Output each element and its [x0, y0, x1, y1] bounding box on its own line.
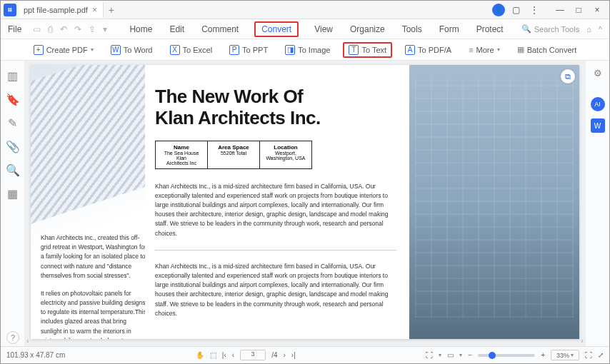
- convert-toolbar: +Create PDF▾ WTo Word XTo Excel PTo PPT …: [1, 39, 609, 61]
- search-panel-icon[interactable]: 🔍: [6, 163, 20, 177]
- file-menu[interactable]: File: [1, 24, 29, 34]
- page: Khan Architects Inc., created this off-g…: [31, 65, 579, 339]
- select-tool-icon[interactable]: ⬚: [210, 351, 216, 359]
- menu-home[interactable]: Home: [128, 21, 154, 37]
- thumbnails-icon[interactable]: ▥: [7, 69, 18, 83]
- reading-mode-icon[interactable]: ⛶: [585, 351, 592, 359]
- scroll-right-icon[interactable]: ›: [581, 336, 584, 345]
- user-avatar[interactable]: 👤: [492, 4, 505, 16]
- ai-badge-icon[interactable]: AI: [591, 97, 605, 111]
- fullscreen-icon[interactable]: ⤢: [598, 351, 604, 359]
- extract-image-icon[interactable]: ⧉: [561, 69, 575, 84]
- notes-icon[interactable]: ▢: [508, 3, 524, 17]
- open-icon[interactable]: ▭: [33, 24, 41, 34]
- new-tab-button[interactable]: +: [104, 4, 119, 16]
- kebab-menu-icon[interactable]: ⋮: [526, 3, 542, 17]
- menu-organize[interactable]: Organize: [349, 21, 386, 37]
- menubar: File ▭ ⎙ ↶ ↷ ⇪ ▾ Home Edit Comment Conve…: [1, 19, 609, 39]
- menu-form[interactable]: Form: [438, 21, 461, 37]
- titlebar: ⌗ ppt file-sample.pdf × + 👤 ▢ ⋮ — □ ×: [1, 1, 609, 19]
- last-page-icon[interactable]: ›|: [291, 351, 296, 359]
- comments-icon[interactable]: ✎: [8, 116, 17, 130]
- next-page-icon[interactable]: ›: [283, 351, 285, 359]
- single-page-icon[interactable]: ▭: [447, 351, 454, 359]
- menu-convert[interactable]: Convert: [254, 21, 299, 37]
- statusbar: 101.93 x 47.87 cm ✋ ⬚ |‹ ‹ 3 /4 › ›| ⛶ ▾…: [1, 346, 609, 363]
- hand-tool-icon[interactable]: ✋: [196, 351, 204, 359]
- left-image: Khan Architects Inc., created this off-g…: [31, 65, 145, 339]
- page-dimensions: 101.93 x 47.87 cm: [6, 351, 65, 359]
- redo-icon[interactable]: ↷: [74, 24, 81, 34]
- menu-protect[interactable]: Protect: [475, 21, 505, 37]
- close-window-button[interactable]: ×: [589, 3, 605, 17]
- info-table: NameThe Sea House KlanArchitects Inc Are…: [155, 141, 312, 169]
- create-pdf-button[interactable]: +Create PDF▾: [29, 43, 98, 57]
- more-button[interactable]: ≡More▾: [464, 44, 504, 56]
- qa-dropdown-icon[interactable]: ▾: [103, 24, 107, 34]
- menu-view[interactable]: View: [313, 21, 334, 37]
- to-excel-button[interactable]: XTo Excel: [166, 43, 217, 57]
- search-tools[interactable]: 🔍 Search Tools: [521, 24, 579, 34]
- first-page-icon[interactable]: |‹: [222, 351, 226, 359]
- menu-edit[interactable]: Edit: [168, 21, 186, 37]
- attachments-icon[interactable]: 📎: [6, 140, 20, 153]
- bookmarks-icon[interactable]: 🔖: [6, 93, 20, 106]
- to-ppt-button[interactable]: PTo PPT: [225, 43, 272, 57]
- zoom-out-icon[interactable]: −: [468, 351, 472, 359]
- app-icon: ⌗: [4, 4, 16, 16]
- zoom-slider[interactable]: [478, 354, 535, 357]
- right-image: ⧉: [409, 65, 579, 339]
- document-viewport[interactable]: Khan Architects Inc., created this off-g…: [25, 61, 585, 346]
- page-total: /4: [271, 351, 277, 359]
- fit-width-icon[interactable]: ⛶: [426, 351, 433, 359]
- help-icon[interactable]: ?: [6, 331, 19, 344]
- fields-icon[interactable]: ▦: [7, 187, 18, 201]
- settings-icon[interactable]: ⚙: [594, 68, 602, 79]
- page-navigation: |‹ ‹ 3 /4 › ›|: [222, 350, 296, 360]
- to-pdfa-button[interactable]: ATo PDF/A: [401, 43, 456, 57]
- zoom-in-icon[interactable]: +: [541, 351, 545, 359]
- undo-icon[interactable]: ↶: [60, 24, 67, 34]
- to-image-button[interactable]: ◨To Image: [281, 43, 334, 57]
- close-tab-icon[interactable]: ×: [92, 5, 97, 15]
- left-column-text: Khan Architects Inc., created this off-g…: [41, 233, 145, 339]
- to-word-button[interactable]: WTo Word: [106, 43, 157, 57]
- right-sidebar: ⚙ AI W: [585, 61, 609, 346]
- to-text-button[interactable]: TTo Text: [343, 42, 392, 58]
- cloud-icon[interactable]: ⌂: [586, 25, 591, 34]
- headline: The New Work Of Klan Architects Inc.: [155, 86, 396, 129]
- prev-page-icon[interactable]: ‹: [232, 351, 234, 359]
- word-badge-icon[interactable]: W: [591, 118, 605, 133]
- maximize-button[interactable]: □: [571, 3, 586, 17]
- search-icon: 🔍: [521, 24, 531, 34]
- collapse-ribbon-icon[interactable]: ^: [599, 25, 602, 34]
- share-icon[interactable]: ⇪: [89, 24, 96, 34]
- batch-convert-button[interactable]: ▦Batch Convert: [513, 43, 581, 56]
- menu-comment[interactable]: Comment: [200, 21, 240, 37]
- zoom-percent[interactable]: 33%▾: [551, 350, 579, 360]
- document-tab[interactable]: ppt file-sample.pdf ×: [19, 2, 104, 18]
- print-icon[interactable]: ⎙: [48, 24, 53, 34]
- tab-title: ppt file-sample.pdf: [24, 6, 88, 14]
- page-number-field[interactable]: 3: [240, 350, 266, 360]
- search-placeholder: Search Tools: [534, 25, 579, 34]
- left-sidebar: ▥ 🔖 ✎ 📎 🔍 ▦: [1, 61, 25, 346]
- body-text: Khan Architects Inc., is a mid-sized arc…: [155, 182, 396, 318]
- scroll-left-icon[interactable]: ‹: [26, 336, 29, 345]
- minimize-button[interactable]: —: [552, 3, 568, 17]
- menu-tools[interactable]: Tools: [401, 21, 424, 37]
